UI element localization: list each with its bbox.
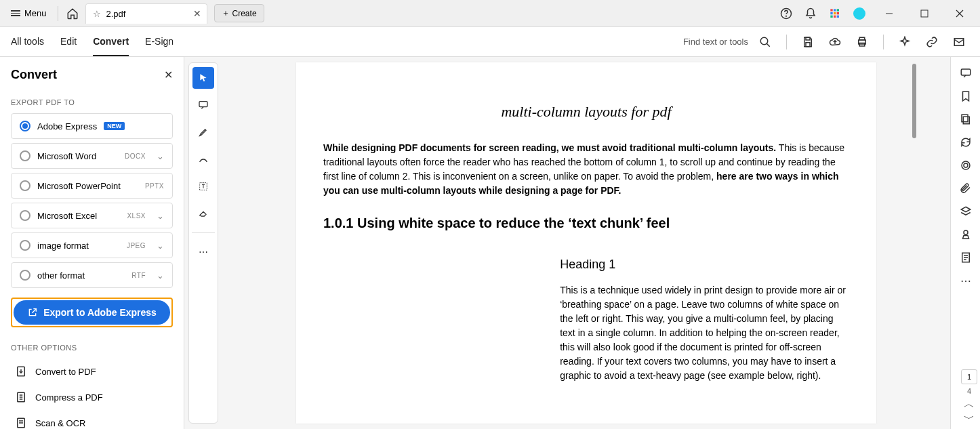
close-window-button[interactable] xyxy=(945,3,975,24)
erase-icon xyxy=(198,208,209,219)
account-button[interactable] xyxy=(850,4,869,23)
share-button[interactable] xyxy=(949,32,969,52)
scroll-thumb[interactable] xyxy=(912,64,916,138)
rail-layers[interactable] xyxy=(955,202,977,221)
document-tab[interactable]: ☆ 2.pdf ✕ xyxy=(85,3,207,24)
rail-more[interactable]: ⋯ xyxy=(955,271,977,290)
divider xyxy=(883,35,884,49)
tool-highlight[interactable] xyxy=(192,121,214,143)
hamburger-icon xyxy=(11,10,20,16)
panel-title-text: Convert xyxy=(11,68,57,82)
print-button[interactable] xyxy=(852,32,872,52)
document-page[interactable]: multi-column layouts for pdf While desig… xyxy=(296,62,876,424)
tool-select[interactable] xyxy=(192,67,214,89)
save-button[interactable] xyxy=(798,32,818,52)
format-label: RTF xyxy=(131,272,146,279)
svg-rect-7 xyxy=(837,12,839,14)
help-button[interactable] xyxy=(777,4,796,23)
rail-document[interactable] xyxy=(955,248,977,267)
create-label: Create xyxy=(232,9,257,18)
tab-convert[interactable]: Convert xyxy=(93,28,129,56)
rail-attach[interactable] xyxy=(955,179,977,198)
doc-col-body: This is a technique used widely in print… xyxy=(560,283,849,383)
tool-text[interactable] xyxy=(192,176,214,197)
page-current-input[interactable]: 1 xyxy=(961,369,977,384)
compress-icon xyxy=(15,391,27,403)
svg-rect-26 xyxy=(199,102,207,107)
export-option-excel[interactable]: Microsoft Excel XLSX ⌄ xyxy=(11,203,173,228)
rail-copy[interactable] xyxy=(955,110,977,129)
svg-rect-4 xyxy=(837,9,839,11)
stamp-icon xyxy=(960,228,972,241)
minimize-button[interactable] xyxy=(874,3,904,24)
link-button[interactable] xyxy=(922,32,942,52)
tool-comment[interactable] xyxy=(192,94,214,116)
doc-title: multi-column layouts for pdf xyxy=(323,103,849,121)
export-option-powerpoint[interactable]: Microsoft PowerPoint PPTX xyxy=(11,173,173,199)
search-button[interactable] xyxy=(755,32,775,52)
tool-erase[interactable] xyxy=(192,203,214,224)
export-option-word[interactable]: Microsoft Word DOCX ⌄ xyxy=(11,143,173,169)
copy-icon xyxy=(960,113,972,125)
export-button[interactable]: Export to Adobe Express xyxy=(14,300,170,325)
rail-stamp[interactable] xyxy=(955,225,977,244)
radio-icon xyxy=(20,210,30,221)
export-option-image[interactable]: image format JPEG ⌄ xyxy=(11,232,173,258)
rail-target[interactable] xyxy=(955,156,977,175)
document-area: multi-column layouts for pdf While desig… xyxy=(222,57,950,429)
other-compress-pdf[interactable]: Compress a PDF xyxy=(11,384,173,410)
tool-more[interactable]: ⋯ xyxy=(192,241,214,263)
radio-icon xyxy=(20,150,30,161)
rail-comment[interactable] xyxy=(955,64,977,83)
tab-esign[interactable]: E-Sign xyxy=(145,28,173,56)
maximize-icon xyxy=(920,9,928,18)
home-button[interactable] xyxy=(62,3,83,24)
ai-button[interactable] xyxy=(895,32,915,52)
tab-edit[interactable]: Edit xyxy=(60,28,77,56)
menu-button[interactable]: Menu xyxy=(4,5,54,21)
scrollbar[interactable] xyxy=(911,64,918,429)
panel-close-button[interactable]: ✕ xyxy=(164,68,173,81)
star-icon[interactable]: ☆ xyxy=(93,9,101,19)
page-down-button[interactable]: ﹀ xyxy=(961,413,977,425)
export-section-label: EXPORT PDF TO xyxy=(11,98,173,106)
divider xyxy=(192,232,215,233)
highlight-icon xyxy=(198,127,209,138)
svg-rect-9 xyxy=(834,15,836,17)
page-up-button[interactable]: ︿ xyxy=(961,398,977,410)
convert-icon xyxy=(15,365,27,377)
option-label: other format xyxy=(37,270,85,281)
svg-rect-3 xyxy=(834,9,836,11)
create-button[interactable]: ＋ Create xyxy=(214,4,264,22)
maximize-button[interactable] xyxy=(910,3,939,24)
option-label: image format xyxy=(37,241,89,251)
right-rail: ⋯ 1 4 ︿ ﹀ xyxy=(950,57,980,429)
page-total: 4 xyxy=(967,387,971,395)
rail-bookmark[interactable] xyxy=(955,87,977,106)
svg-point-32 xyxy=(964,163,968,167)
main: Convert ✕ EXPORT PDF TO Adobe Express NE… xyxy=(0,57,980,429)
notifications-button[interactable] xyxy=(801,4,820,23)
document-icon xyxy=(960,251,972,264)
rail-refresh[interactable] xyxy=(955,133,977,152)
export-option-adobe-express[interactable]: Adobe Express NEW xyxy=(11,113,173,139)
page-navigator: 1 4 ︿ ﹀ xyxy=(961,369,977,425)
svg-rect-30 xyxy=(962,115,968,122)
export-option-other[interactable]: other format RTF ⌄ xyxy=(11,262,173,288)
target-icon xyxy=(960,159,972,171)
apps-button[interactable] xyxy=(825,4,844,23)
format-label: XLSX xyxy=(127,212,146,220)
option-label: Microsoft PowerPoint xyxy=(37,181,121,191)
cloud-button[interactable] xyxy=(825,32,845,52)
tab-close-icon[interactable]: ✕ xyxy=(193,8,201,19)
other-convert-to-pdf[interactable]: Convert to PDF xyxy=(11,359,173,384)
other-scan-ocr[interactable]: Scan & OCR xyxy=(11,410,173,429)
other-section-label: OTHER OPTIONS xyxy=(11,344,173,352)
svg-rect-8 xyxy=(830,15,832,17)
svg-point-1 xyxy=(786,16,787,16)
svg-rect-12 xyxy=(921,10,928,17)
tab-all-tools[interactable]: All tools xyxy=(11,28,44,56)
other-option-label: Compress a PDF xyxy=(35,392,103,403)
tool-draw[interactable] xyxy=(192,148,214,170)
svg-point-33 xyxy=(964,230,968,234)
